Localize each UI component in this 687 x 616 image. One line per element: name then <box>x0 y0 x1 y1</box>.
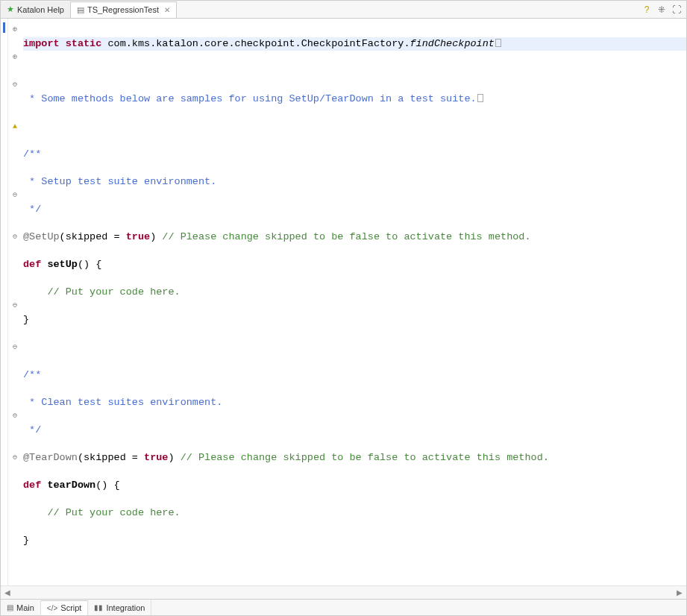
keyword-true: true <box>126 231 150 242</box>
fold-collapse-icon[interactable]: ⊖ <box>8 230 22 245</box>
help-icon[interactable]: ? <box>641 4 652 15</box>
tab-main[interactable]: ▤ Main <box>1 600 41 615</box>
brace: } <box>23 535 29 546</box>
fold-gutter: ⊕ ⊕ ⊖ ▲ ⊖ ⊖ ⊖ ⊖ ⊖ ⊖ <box>8 19 22 585</box>
function-name: setUp <box>41 259 78 270</box>
comment: // Please change skipped to be false to … <box>175 452 549 463</box>
code-content[interactable]: import static com.kms.katalon.core.check… <box>22 19 686 585</box>
fold-expand-icon[interactable]: ⊕ <box>8 51 22 65</box>
javadoc-line: /** <box>23 148 41 160</box>
fold-expand-icon[interactable]: ⊕ <box>8 23 22 37</box>
comment: // Please change skipped to be false to … <box>156 231 530 242</box>
collapse-icon[interactable]: ⁜ <box>656 4 667 15</box>
javadoc-line: * Some methods below are samples for usi… <box>23 93 477 104</box>
javadoc-line: */ <box>23 424 41 436</box>
list-icon: ▤ <box>7 603 13 612</box>
scroll-left-arrow-icon[interactable]: ◀ <box>1 586 14 600</box>
star-icon: ★ <box>7 4 14 14</box>
javadoc-line: /** <box>23 369 41 380</box>
fold-collapse-icon[interactable]: ⊖ <box>8 189 22 203</box>
horizontal-scrollbar[interactable]: ◀ ▶ <box>1 585 686 599</box>
comment: // Put your code here. <box>23 286 181 298</box>
tab-script[interactable]: </> Script <box>41 600 89 615</box>
keyword-def: def <box>23 480 41 491</box>
fold-collapse-icon[interactable]: ⊖ <box>8 78 22 92</box>
tab-label: TS_RegressionTest <box>87 5 159 14</box>
tab-toolbar: ? ⁜ ⛶ <box>641 4 686 15</box>
fold-collapse-icon[interactable]: ⊖ <box>8 451 22 465</box>
bottom-tab-bar: ▤ Main </> Script ▮▮ Integration <box>1 599 686 615</box>
javadoc-line: * Setup test suite environment. <box>23 176 216 187</box>
close-icon[interactable]: ✕ <box>164 6 170 14</box>
comment: // Put your code here. <box>23 507 181 518</box>
function-name: tearDown <box>41 480 95 491</box>
integration-icon: ▮▮ <box>94 603 103 612</box>
tab-regression-test[interactable]: ▤ TS_RegressionTest ✕ <box>71 1 177 18</box>
keyword-def: def <box>23 259 41 270</box>
tab-integration[interactable]: ▮▮ Integration <box>88 600 151 615</box>
scroll-right-arrow-icon[interactable]: ▶ <box>673 586 686 600</box>
brace: } <box>23 314 29 325</box>
tab-label: Katalon Help <box>17 5 64 14</box>
keyword-static: static <box>66 38 102 49</box>
annotation: @SetUp <box>23 231 60 242</box>
bottom-tab-label: Integration <box>106 603 145 612</box>
line-end-marker <box>477 94 483 102</box>
fold-warning-icon[interactable]: ▲ <box>8 120 22 134</box>
annotation: @TearDown <box>23 452 78 463</box>
code-icon: </> <box>47 604 57 612</box>
code-editor[interactable]: ⊕ ⊕ ⊖ ▲ ⊖ ⊖ ⊖ ⊖ ⊖ ⊖ import static <box>1 19 686 585</box>
package-path: com.kms.katalon.core.checkpoint.Checkpoi… <box>101 38 410 49</box>
method-name: findCheckpoint <box>410 38 495 49</box>
fold-collapse-icon[interactable]: ⊖ <box>8 409 22 424</box>
line-end-marker <box>495 39 501 47</box>
keyword-true: true <box>144 452 168 463</box>
fold-collapse-icon[interactable]: ⊖ <box>8 299 22 313</box>
current-line-marker <box>3 22 5 33</box>
javadoc-line: * Clean test suites environment. <box>23 397 222 408</box>
maximize-icon[interactable]: ⛶ <box>671 4 682 15</box>
editor-ruler <box>1 19 8 585</box>
keyword-import: import <box>23 38 60 49</box>
fold-collapse-icon[interactable]: ⊖ <box>8 341 22 355</box>
bottom-tab-label: Script <box>60 603 81 612</box>
bottom-tab-label: Main <box>16 603 34 612</box>
editor-tab-bar: ★ Katalon Help ▤ TS_RegressionTest ✕ ? ⁜… <box>1 1 686 19</box>
file-icon: ▤ <box>77 5 84 15</box>
tab-katalon-help[interactable]: ★ Katalon Help <box>1 1 71 18</box>
javadoc-line: */ <box>23 204 41 215</box>
